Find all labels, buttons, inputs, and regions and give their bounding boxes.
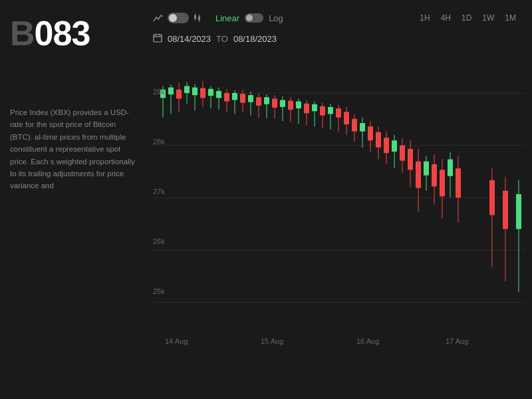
svg-rect-73 — [368, 126, 373, 140]
left-panel: B083 Price Index (XBX) provides a USD-ra… — [0, 0, 146, 399]
svg-rect-67 — [344, 112, 349, 124]
timeframe-buttons: 1H 4H 1D 1W 1M — [417, 12, 519, 24]
calendar-icon[interactable] — [153, 33, 162, 45]
svg-rect-101 — [516, 194, 521, 229]
svg-rect-43 — [248, 95, 253, 102]
svg-rect-85 — [416, 162, 421, 188]
line-chart-icon[interactable] — [153, 13, 164, 23]
toolbar: Linear Log 1H 4H 1D 1W 1M — [146, 0, 532, 31]
svg-rect-87 — [424, 162, 429, 176]
log-toggle[interactable] — [245, 13, 263, 23]
svg-rect-59 — [312, 104, 317, 111]
svg-rect-61 — [320, 106, 325, 116]
svg-rect-77 — [384, 138, 389, 153]
svg-rect-51 — [280, 100, 285, 106]
y-label-27k: 27k — [153, 188, 165, 196]
svg-rect-39 — [232, 93, 237, 100]
svg-rect-69 — [352, 119, 357, 132]
description-text: Price Index (XBX) provides a USD-rate fo… — [10, 106, 136, 192]
tf-1h[interactable]: 1H — [417, 12, 432, 24]
chart-area: Linear Log 1H 4H 1D 1W 1M 08/14/2023 — [146, 0, 532, 399]
svg-rect-91 — [440, 170, 445, 196]
date-from[interactable]: 08/14/2023 — [168, 34, 211, 44]
svg-rect-25 — [176, 90, 182, 99]
chart-type-icons — [153, 13, 202, 23]
svg-rect-6 — [154, 35, 162, 42]
x-label-17aug: 17 Aug — [446, 337, 468, 345]
svg-rect-41 — [240, 94, 245, 103]
svg-rect-97 — [489, 180, 495, 215]
price-display: B083 — [10, 13, 136, 53]
x-label-14aug: 14 Aug — [165, 337, 188, 345]
svg-rect-83 — [408, 149, 413, 170]
tf-4h[interactable]: 4H — [438, 12, 454, 24]
price-value: 083 — [35, 14, 90, 53]
svg-rect-47 — [264, 97, 269, 104]
svg-rect-81 — [400, 146, 405, 161]
svg-rect-3 — [198, 17, 200, 20]
svg-rect-89 — [432, 164, 437, 187]
svg-rect-55 — [296, 102, 301, 108]
linear-log-control: Linear Log — [215, 13, 283, 23]
svg-rect-29 — [192, 88, 198, 96]
svg-rect-95 — [456, 168, 461, 198]
svg-rect-57 — [304, 104, 309, 114]
y-label-25k: 25k — [153, 287, 165, 295]
tf-1w[interactable]: 1W — [479, 12, 497, 24]
candlestick-icon[interactable] — [193, 13, 202, 23]
svg-rect-35 — [216, 91, 221, 98]
y-label-26k: 26k — [153, 237, 165, 245]
svg-rect-79 — [392, 140, 397, 152]
svg-rect-75 — [376, 132, 381, 148]
svg-rect-49 — [272, 98, 277, 108]
svg-rect-23 — [168, 88, 174, 94]
svg-rect-0 — [194, 15, 196, 19]
x-label-16aug: 16 Aug — [356, 337, 379, 345]
svg-rect-33 — [208, 89, 213, 96]
date-range: 08/14/2023 TO 08/18/2023 — [146, 31, 532, 51]
date-to[interactable]: 08/18/2023 — [233, 34, 277, 44]
price-chart: 29k 28k 27k 26k 25k — [153, 51, 525, 337]
svg-rect-37 — [224, 93, 229, 102]
svg-rect-45 — [256, 97, 261, 106]
to-label: TO — [216, 34, 228, 44]
svg-rect-99 — [503, 191, 508, 229]
y-label-28k: 28k — [153, 138, 165, 146]
tf-1d[interactable]: 1D — [459, 12, 474, 24]
svg-rect-65 — [336, 108, 341, 118]
log-label[interactable]: Log — [269, 13, 283, 23]
x-axis: 14 Aug 15 Aug 16 Aug 17 Aug — [153, 337, 525, 357]
svg-rect-93 — [448, 160, 453, 176]
svg-rect-71 — [360, 123, 365, 132]
x-label-15aug: 15 Aug — [261, 337, 283, 345]
chart-type-toggle[interactable] — [168, 13, 189, 23]
tf-1m[interactable]: 1M — [502, 12, 519, 24]
svg-rect-53 — [288, 100, 293, 110]
svg-rect-31 — [200, 88, 205, 98]
svg-rect-63 — [328, 107, 333, 114]
linear-label[interactable]: Linear — [215, 13, 239, 23]
y-label-29k: 29k — [153, 88, 165, 96]
chart-container: 29k 28k 27k 26k 25k — [153, 51, 525, 337]
svg-rect-27 — [184, 86, 190, 92]
